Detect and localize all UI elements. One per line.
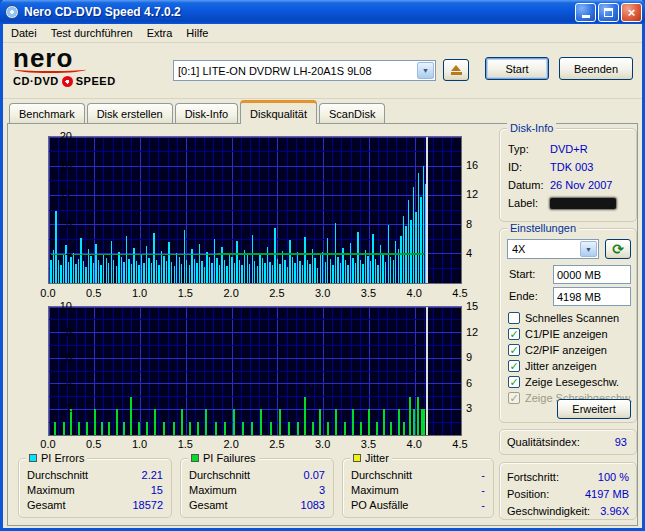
quality-index-label: Qualitätsindex: [507, 436, 580, 448]
settings-title: Einstellungen [510, 222, 576, 234]
nero-logo-sub-left: CD·DVD [13, 75, 59, 87]
speed-select-value: 4X [508, 243, 579, 255]
chevron-down-icon[interactable]: ▼ [580, 241, 597, 257]
tab-scandisk[interactable]: ScanDisk [319, 103, 385, 123]
start-button[interactable]: Start [485, 57, 549, 80]
tab-disk-erstellen[interactable]: Disk erstellen [87, 103, 173, 123]
exit-button[interactable]: Beenden [559, 57, 633, 80]
disk-type-value: DVD+R [550, 143, 588, 155]
nero-logo-disc-icon [62, 76, 73, 87]
checkbox-c1-pie[interactable]: ✓C1/PIE anzeigen [508, 327, 608, 341]
disc-quality-page: 20161284 161284 0.00.51.01.52.02.53.03.5… [7, 123, 638, 526]
position-value: 4197 MB [585, 488, 629, 500]
stat-label: PO Ausfälle [351, 499, 408, 511]
speed-label: Geschwindigkeit: [507, 505, 590, 517]
advanced-button[interactable]: Erweitert [557, 399, 631, 419]
disk-id-value: TDK 003 [550, 161, 593, 173]
pi-errors-stats-group: PI Errors Durchschnitt2.21 Maximum15 Ges… [18, 458, 172, 518]
stat-label: Durchschnitt [27, 469, 88, 481]
pi-failures-left-axis: 108642 [20, 306, 46, 436]
pi-errors-x-axis: 0.00.51.01.52.02.53.03.54.04.5 [48, 287, 462, 299]
pi-failures-chart [48, 306, 462, 436]
pi-errors-chart [48, 136, 462, 284]
jitter-stats-title: Jitter [365, 452, 389, 464]
settings-group: Einstellungen 4X ▼ ⟳ Start: Ende: Schnel… [499, 228, 637, 423]
checkbox-box: ✓ [508, 360, 520, 372]
pi-errors-stats-title: PI Errors [41, 452, 84, 464]
stat-value: 3 [319, 484, 325, 496]
stat-value: 1083 [301, 499, 325, 511]
progress-value: 100 % [598, 471, 629, 483]
menu-hilfe[interactable]: Hilfe [179, 25, 215, 41]
app-disc-icon [5, 5, 19, 19]
refresh-speed-button[interactable]: ⟳ [605, 239, 631, 259]
checkbox-zeige-lesegeschw[interactable]: ✓Zeige Lesegeschw. [508, 375, 619, 389]
checkbox-box [508, 312, 520, 324]
nero-logo-sub-right: SPEED [76, 75, 116, 87]
pi-failures-swatch-icon [191, 454, 199, 462]
drive-select-value: [0:1] LITE-ON DVDRW LH-20A1S 9L08 [174, 65, 416, 77]
jitter-stats-group: Jitter Durchschnitt- Maximum- PO Ausfäll… [342, 458, 494, 518]
stat-label: Gesamt [27, 499, 66, 511]
checkbox-label: Zeige Lesegeschw. [525, 376, 619, 388]
drive-select[interactable]: [0:1] LITE-ON DVDRW LH-20A1S 9L08 ▼ [173, 60, 436, 81]
chevron-down-icon[interactable]: ▼ [417, 62, 434, 79]
disk-type-label: Typ: [508, 143, 550, 155]
jitter-swatch-icon [353, 454, 361, 462]
eject-button[interactable] [443, 59, 469, 81]
stat-value: 2.21 [142, 469, 163, 481]
tab-benchmark[interactable]: Benchmark [9, 103, 85, 123]
position-label: Position: [507, 488, 549, 500]
menu-test-durchfuehren[interactable]: Test durchführen [44, 25, 140, 41]
stat-value: - [481, 469, 485, 481]
end-position-field[interactable] [553, 287, 631, 306]
stat-value: 0.07 [304, 469, 325, 481]
stat-label: Durchschnitt [189, 469, 250, 481]
quality-index-group: Qualitätsindex: 93 [499, 429, 637, 455]
nero-logo: nero CD·DVD SPEED [13, 46, 163, 87]
quality-index-value: 93 [615, 436, 627, 448]
checkbox-label: C1/PIE anzeigen [525, 328, 608, 340]
checkbox-box: ✓ [508, 328, 520, 340]
eject-icon [451, 65, 462, 75]
minimize-icon [582, 15, 590, 18]
checkbox-schnelles-scannen[interactable]: Schnelles Scannen [508, 311, 619, 325]
checkbox-box: ✓ [508, 392, 520, 404]
speed-select[interactable]: 4X ▼ [507, 239, 599, 259]
minimize-button[interactable] [575, 3, 596, 22]
stat-value: - [481, 484, 485, 496]
menu-datei[interactable]: Datei [4, 25, 44, 41]
disk-id-label: ID: [508, 161, 550, 173]
disk-date-label: Datum: [508, 179, 550, 191]
start-position-field[interactable] [553, 265, 631, 284]
stat-label: Durchschnitt [351, 469, 412, 481]
title-bar: Nero CD-DVD Speed 4.7.0.2 × [0, 0, 645, 24]
window-title: Nero CD-DVD Speed 4.7.0.2 [24, 5, 570, 19]
stat-value: - [481, 499, 485, 511]
tab-disk-info[interactable]: Disk-Info [175, 103, 238, 123]
tab-diskqualitaet[interactable]: Diskqualität [240, 100, 317, 124]
end-position-label: Ende: [509, 290, 538, 302]
menu-bar: Datei Test durchführen Extra Hilfe [3, 24, 642, 43]
close-button[interactable]: × [621, 3, 642, 22]
maximize-icon [604, 8, 613, 17]
header: nero CD·DVD SPEED [0:1] LITE-ON DVDRW LH… [3, 43, 642, 99]
checkbox-jitter[interactable]: ✓Jitter anzeigen [508, 359, 597, 373]
speed-value: 3.96X [600, 505, 629, 517]
stat-value: 15 [151, 484, 163, 496]
app-window: Nero CD-DVD Speed 4.7.0.2 × Datei Test d… [0, 0, 645, 531]
nero-logo-text: nero [13, 46, 163, 71]
pi-failures-stats-title: PI Failures [203, 452, 256, 464]
pi-errors-swatch-icon [29, 454, 37, 462]
menu-extra[interactable]: Extra [140, 25, 180, 41]
progress-group: Fortschritt:100 % Position:4197 MB Gesch… [499, 462, 637, 520]
stat-value: 18572 [132, 499, 163, 511]
stat-label: Maximum [351, 484, 399, 496]
checkbox-c2-pif[interactable]: ✓C2/PIF anzeigen [508, 343, 607, 357]
disk-date-value: 26 Nov 2007 [550, 179, 612, 191]
refresh-icon: ⟳ [612, 241, 624, 257]
stat-label: Gesamt [189, 499, 228, 511]
maximize-button[interactable] [598, 3, 619, 22]
progress-label: Fortschritt: [507, 471, 559, 483]
pi-failures-x-axis: 0.00.51.01.52.02.53.03.54.04.5 [48, 438, 462, 450]
